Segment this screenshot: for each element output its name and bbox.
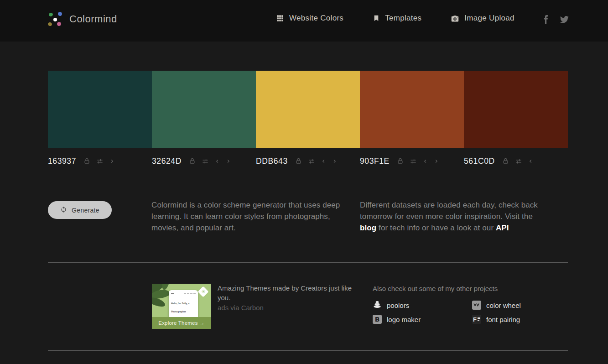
logo-maker-icon: B	[373, 315, 382, 324]
font-pairing-icon: F	[472, 315, 481, 324]
blog-link[interactable]: blog	[360, 224, 376, 232]
bookmark-icon	[373, 14, 380, 22]
lock-icon[interactable]	[502, 157, 509, 165]
datasets-paragraph: Different datasets are loaded each day, …	[360, 199, 543, 234]
adjust-sliders-icon[interactable]	[410, 158, 417, 165]
colormind-app: Colormind Website Colors Templates Image…	[0, 0, 608, 364]
nav-templates-label: Templates	[385, 14, 421, 23]
project-label: color wheel	[486, 302, 521, 309]
price-tag-icon: ✳	[197, 286, 208, 297]
section-divider-top	[48, 262, 568, 263]
brand-home-link[interactable]: Colormind	[47, 11, 117, 27]
nav-website-colors[interactable]: Website Colors	[276, 14, 343, 23]
move-right-icon[interactable]	[332, 158, 337, 164]
section-divider-bottom	[48, 350, 568, 351]
lock-icon[interactable]	[189, 157, 196, 165]
adjust-sliders-icon[interactable]	[96, 158, 104, 165]
swatch-column-2: 32624D	[152, 71, 256, 166]
project-label: poolors	[387, 302, 409, 309]
color-wheel-icon	[472, 301, 481, 310]
ad-headline-link[interactable]: Amazing Themes made by Creators just lik…	[218, 283, 354, 302]
twitter-icon[interactable]	[560, 16, 569, 25]
brand-name: Colormind	[69, 13, 117, 25]
move-right-icon[interactable]	[434, 158, 439, 164]
move-right-icon[interactable]	[226, 158, 231, 164]
color-swatch-4[interactable]	[360, 71, 464, 148]
move-left-icon[interactable]	[215, 158, 220, 164]
camera-icon	[451, 15, 459, 22]
swatch-controls-3: DDB643	[256, 156, 360, 166]
color-swatch-2[interactable]	[152, 71, 256, 148]
nav-templates[interactable]: Templates	[373, 14, 421, 23]
generate-button[interactable]: Generate	[48, 201, 112, 219]
lock-icon[interactable]	[397, 157, 404, 165]
facebook-icon[interactable]	[544, 15, 548, 26]
palette: 163937 32624D DDB643	[48, 71, 568, 166]
move-left-icon[interactable]	[321, 158, 326, 164]
swatch-controls-1: 163937	[48, 156, 152, 166]
swatch-controls-2: 32624D	[152, 156, 256, 166]
api-link[interactable]: API	[496, 224, 509, 232]
other-projects: Also check out some of my other projects…	[373, 285, 569, 324]
datasets-text-1: Different datasets are loaded each day, …	[360, 201, 538, 221]
project-link-logo-maker[interactable]: B logo maker	[373, 315, 472, 324]
nav-image-upload[interactable]: Image Upload	[451, 14, 514, 23]
colormind-logo-icon	[47, 11, 63, 27]
ad-copy: Amazing Themes made by Creators just lik…	[218, 283, 354, 312]
project-link-color-wheel[interactable]: color wheel	[472, 300, 569, 311]
color-swatch-1[interactable]	[48, 71, 152, 148]
project-label: font pairing	[486, 316, 520, 323]
hex-label[interactable]: 561C0D	[464, 156, 495, 166]
adjust-sliders-icon[interactable]	[515, 158, 522, 165]
projects-heading: Also check out some of my other projects	[373, 285, 569, 292]
carbon-ad-image[interactable]: ✳ Hello, I'm Sally, a Photographer Explo…	[152, 284, 211, 329]
project-link-poolors[interactable]: poolors	[373, 300, 472, 311]
swatch-column-4: 903F1E	[360, 71, 464, 166]
adjust-sliders-icon[interactable]	[308, 158, 315, 165]
swatch-column-3: DDB643	[256, 71, 360, 166]
main-nav: Website Colors Templates Image Upload	[276, 14, 514, 23]
projects-grid: poolors color wheel B logo maker F font …	[373, 300, 569, 324]
datasets-text-2: for tech info or have a look at our	[376, 224, 496, 232]
project-label: logo maker	[387, 316, 421, 323]
color-swatch-3[interactable]	[256, 71, 360, 148]
ad-attribution-link[interactable]: ads via Carbon	[218, 304, 354, 312]
adjust-sliders-icon[interactable]	[202, 158, 209, 165]
generate-button-label: Generate	[72, 207, 99, 214]
move-left-icon[interactable]	[528, 158, 533, 164]
color-swatch-5[interactable]	[464, 71, 568, 148]
ad-cta[interactable]: Explore Themes →	[152, 317, 211, 329]
poolors-icon	[373, 300, 382, 311]
move-left-icon[interactable]	[423, 158, 428, 164]
swatch-column-1: 163937	[48, 71, 152, 166]
hex-label[interactable]: DDB643	[256, 156, 288, 166]
hex-label[interactable]: 32624D	[152, 156, 182, 166]
nav-website-colors-label: Website Colors	[289, 14, 343, 23]
nav-image-upload-label: Image Upload	[464, 14, 514, 23]
ad-tablet-text: Hello, I'm Sally, a Photographer	[171, 302, 189, 313]
hex-label[interactable]: 163937	[48, 156, 76, 166]
swatch-controls-4: 903F1E	[360, 156, 464, 166]
lock-icon[interactable]	[83, 157, 90, 165]
project-link-font-pairing[interactable]: F font pairing	[472, 315, 569, 324]
move-right-icon[interactable]	[109, 158, 114, 164]
hex-label[interactable]: 903F1E	[360, 156, 390, 166]
about-paragraph: Colormind is a color scheme generator th…	[151, 199, 350, 234]
grid-icon	[276, 14, 284, 22]
sync-icon	[60, 206, 67, 214]
social-links	[544, 15, 569, 26]
swatch-column-5: 561C0D	[464, 71, 568, 166]
header: Colormind Website Colors Templates Image…	[0, 0, 608, 42]
swatch-controls-5: 561C0D	[464, 156, 568, 166]
lock-icon[interactable]	[295, 157, 302, 165]
